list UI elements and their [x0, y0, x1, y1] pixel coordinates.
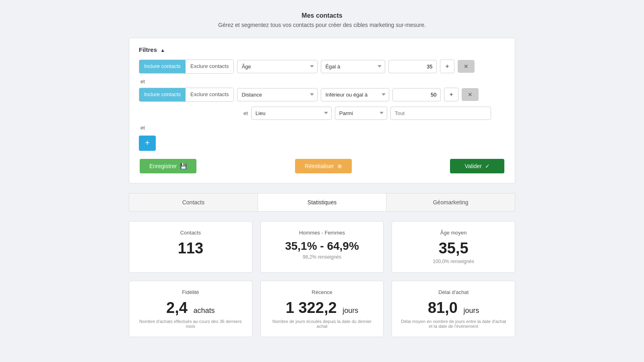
actions-row: Enregistrer 💾 Réinitialiser ⊗ Valider ✓ — [139, 159, 505, 173]
operator-select-1[interactable]: Égal à — [321, 60, 385, 73]
sub-field-select-2[interactable]: Lieu — [251, 107, 332, 120]
stat-label-age: Âge moyen — [398, 230, 508, 236]
tabs-row: Contacts Statistiques Géomarketing — [129, 193, 515, 212]
filter-row-1: Inclure contacts Exclure contacts Âge Ég… — [139, 60, 505, 74]
stat-unit-recence: jours — [343, 306, 358, 315]
stat-value-age: 35,5 — [398, 240, 508, 257]
filters-chevron: ▲ — [160, 47, 165, 53]
stat-sub-delai: Délai moyen en nombre de jours entre la … — [398, 319, 508, 329]
stat-label-contacts: Contacts — [136, 230, 246, 236]
reinitialiser-label: Réinitialiser — [305, 163, 334, 169]
include-contacts-btn-1[interactable]: Inclure contacts — [139, 60, 186, 73]
tab-contacts-label: Contacts — [182, 199, 204, 206]
value-input-2[interactable] — [392, 88, 441, 101]
stat-label-delai: Délai d'achat — [398, 289, 508, 295]
page-title: Mes contacts — [129, 12, 515, 19]
filters-label: Filtres — [139, 46, 157, 53]
include-exclude-toggle-2[interactable]: Inclure contacts Exclure contacts — [139, 88, 234, 102]
stat-card-gender: Hommes - Femmes 35,1% - 64,9% 98,2% rens… — [260, 221, 384, 273]
add-value-btn-2[interactable]: + — [444, 88, 458, 101]
stat-card-age: Âge moyen 35,5 100,0% renseignés — [392, 221, 515, 273]
stat-label-recence: Récence — [267, 289, 377, 295]
add-value-btn-1[interactable]: + — [440, 60, 454, 73]
stats-row-1: Contacts 113 Hommes - Femmes 35,1% - 64,… — [129, 221, 515, 273]
field-select-2[interactable]: Distance — [237, 88, 318, 101]
filter-row-2: Inclure contacts Exclure contacts Distan… — [139, 88, 505, 102]
field-select-1[interactable]: Âge — [237, 60, 318, 73]
remove-filter-btn-1[interactable]: ✕ — [458, 60, 475, 73]
stat-value-fidelite-num: 2,4 — [166, 299, 188, 316]
sub-connector-2: et — [244, 110, 248, 116]
value-input-1[interactable] — [388, 60, 437, 73]
sub-operator-select-2[interactable]: Parmi — [335, 107, 387, 120]
add-filter-btn[interactable]: + — [139, 136, 156, 151]
stat-card-contacts: Contacts 113 — [129, 221, 252, 273]
tab-statistiques-label: Statistiques — [308, 199, 336, 206]
stat-card-delai: Délai d'achat 81,0 jours Délai moyen en … — [392, 281, 515, 337]
filter-sub-row-2: et Lieu Parmi — [139, 107, 505, 120]
stat-value-delai: 81,0 jours — [398, 299, 508, 317]
stat-value-delai-num: 81,0 — [428, 299, 458, 316]
tab-geomarketing[interactable]: Géomarketing — [386, 193, 515, 211]
connector-1: et — [139, 78, 505, 84]
exclude-contacts-btn-2[interactable]: Exclure contacts — [186, 88, 233, 101]
save-icon: 💾 — [180, 163, 187, 169]
page-subtitle: Gérez et segmentez tous vos contacts pou… — [129, 22, 515, 28]
valider-button[interactable]: Valider ✓ — [450, 159, 504, 173]
valider-label: Valider — [464, 163, 482, 169]
stat-value-fidelite: 2,4 achats — [136, 299, 246, 317]
filters-card: Filtres ▲ Inclure contacts Exclure conta… — [129, 38, 515, 183]
remove-filter-btn-2[interactable]: ✕ — [462, 88, 479, 101]
connector-2: et — [139, 125, 505, 131]
stat-card-recence: Récence 1 322,2 jours Nombre de jours éc… — [260, 281, 384, 337]
enregistrer-button[interactable]: Enregistrer 💾 — [140, 159, 196, 173]
filters-header: Filtres ▲ — [139, 46, 505, 53]
check-icon: ✓ — [485, 163, 490, 169]
stat-sub-fidelite: Nombre d'achats effectués au cours des 3… — [136, 319, 246, 329]
tab-geomarketing-label: Géomarketing — [433, 199, 469, 206]
stat-label-fidelite: Fidélité — [136, 289, 246, 295]
reinitialiser-button[interactable]: Réinitialiser ⊗ — [295, 159, 351, 173]
stat-sub-age: 100,0% renseignés — [398, 259, 508, 264]
stat-label-gender: Hommes - Femmes — [267, 230, 377, 236]
stat-value-recence: 1 322,2 jours — [267, 299, 377, 317]
include-exclude-toggle-1[interactable]: Inclure contacts Exclure contacts — [139, 60, 234, 74]
stat-unit-fidelite: achats — [194, 306, 215, 315]
stat-value-recence-num: 1 322,2 — [286, 299, 337, 316]
tab-statistiques[interactable]: Statistiques — [258, 193, 387, 211]
exclude-contacts-btn-1[interactable]: Exclure contacts — [186, 60, 233, 73]
enregistrer-label: Enregistrer — [149, 163, 177, 169]
stat-sub-recence: Nombre de jours écoulés depuis la date d… — [267, 319, 377, 329]
stat-card-fidelite: Fidélité 2,4 achats Nombre d'achats effe… — [129, 281, 252, 337]
include-contacts-btn-2[interactable]: Inclure contacts — [139, 88, 186, 101]
stats-row-2: Fidélité 2,4 achats Nombre d'achats effe… — [129, 281, 515, 337]
operator-select-2[interactable]: Inférieur ou égal à — [321, 88, 389, 101]
sub-value-input-2[interactable] — [390, 107, 491, 120]
stat-unit-delai: jours — [463, 306, 479, 315]
stat-value-contacts: 113 — [136, 240, 246, 257]
reset-icon: ⊗ — [337, 163, 342, 169]
filter-row-2-wrapper: Inclure contacts Exclure contacts Distan… — [139, 88, 505, 120]
stat-value-gender: 35,1% - 64,9% — [267, 240, 377, 253]
tab-contacts[interactable]: Contacts — [129, 193, 258, 211]
stat-sub-gender: 98,2% renseignés — [267, 254, 377, 260]
